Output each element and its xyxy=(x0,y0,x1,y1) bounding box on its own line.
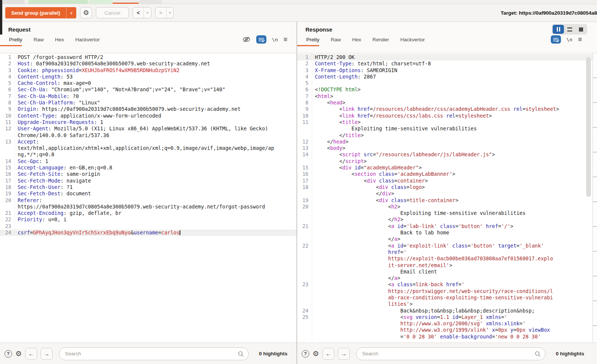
show-newlines-icon[interactable]: \n xyxy=(567,37,573,42)
word-wrap-toggle-icon[interactable] xyxy=(551,35,561,44)
code-line[interactable]: 20Referer: xyxy=(0,197,296,204)
code-line[interactable]: 23 xyxy=(0,223,296,230)
code-line[interactable]: 16 <section class='academyLabBanner'> xyxy=(297,171,593,177)
code-line[interactable]: 15Accept-Language: en-GB,en;q=0.8 xyxy=(0,165,296,171)
code-line[interactable]: 19 <div class=title-container> xyxy=(297,197,593,204)
code-line[interactable]: http://www.w3.org/1999/xlink' x=0px y=0p… xyxy=(297,327,593,333)
code-line[interactable]: Email client xyxy=(297,269,593,275)
repeater-tab-fragment[interactable] xyxy=(139,0,162,4)
tab-pretty[interactable]: Pretty xyxy=(8,35,23,46)
response-search-input[interactable] xyxy=(356,347,546,360)
code-line[interactable]: 22Priority: u=0, i xyxy=(0,216,296,223)
code-line[interactable]: it-server.net/email'> xyxy=(297,262,593,269)
search-settings-icon[interactable]: ⚙ xyxy=(15,349,22,358)
code-line[interactable]: 4Content-Length: 2867 xyxy=(297,74,593,80)
code-line[interactable]: 2Content-Type: text/html; charset=utf-8 xyxy=(297,60,593,67)
tab-render[interactable]: Render xyxy=(372,35,390,46)
code-line[interactable]: 2Host: 0af900a20319d7c08054a8e300b50079.… xyxy=(0,60,296,67)
hide-nonprintable-icon[interactable] xyxy=(242,36,251,42)
cancel-button[interactable]: Cancel xyxy=(96,7,129,18)
tab-raw[interactable]: Raw xyxy=(330,35,342,46)
search-previous-button[interactable]: ← xyxy=(322,348,334,360)
code-line[interactable]: 16Sec-Fetch-Site: same-origin xyxy=(0,171,296,177)
code-line[interactable]: 13Accept: xyxy=(0,139,296,145)
code-line[interactable]: 4Content-Length: 53 xyxy=(0,74,296,80)
code-line[interactable]: Exploiting time-sensitive vulnerabilitie… xyxy=(297,125,593,132)
tab-hex[interactable]: Hex xyxy=(351,35,362,46)
send-group-button[interactable]: Send group (parallel) ∨ xyxy=(5,7,76,18)
code-line[interactable]: </a> xyxy=(297,275,593,281)
tab-hackvertor[interactable]: Hackvertor xyxy=(400,35,426,46)
code-line[interactable]: https://portswigger.net/web-security/rac… xyxy=(297,288,593,295)
code-line[interactable]: 6Sec-Ch-Ua: "Chromium";v="140", "Not=A?B… xyxy=(0,86,296,93)
code-line[interactable]: ng,*/*;q=0.8 xyxy=(0,151,296,158)
tab-hex[interactable]: Hex xyxy=(54,35,65,46)
tab-hackvertor[interactable]: Hackvertor xyxy=(74,35,100,46)
response-scrollbar-thumb[interactable] xyxy=(586,57,591,197)
search-next-button[interactable]: → xyxy=(338,348,350,360)
code-line[interactable]: ab-race-conditions-exploiting-time-sensi… xyxy=(297,295,593,301)
repeater-tab-fragment-green[interactable] xyxy=(89,0,113,4)
code-line[interactable]: 3X-Frame-Options: SAMEORIGIN xyxy=(297,67,593,74)
code-line[interactable]: 23 <a class=link-back href=' xyxy=(297,281,593,288)
code-line[interactable]: </a> xyxy=(297,236,593,242)
next-request-button[interactable]: > ▾ xyxy=(155,7,174,18)
code-line[interactable]: 7Sec-Ch-Ua-Mobile: ?0 xyxy=(0,93,296,100)
show-newlines-icon[interactable]: \n xyxy=(272,37,278,42)
code-line[interactable]: 18 <div class=logo> xyxy=(297,184,593,190)
search-settings-icon[interactable]: ⚙ xyxy=(313,349,319,358)
code-line[interactable]: 10 <link href=/resources/css/labs.css re… xyxy=(297,113,593,119)
editor-menu-icon[interactable]: ≡ xyxy=(283,36,287,44)
code-line[interactable]: 1HTTP/2 200 OK xyxy=(297,54,593,60)
code-line[interactable]: 14 <script src="/resources/labheader/js/… xyxy=(297,151,593,158)
code-line[interactable]: ='0 0 28 30' enable-background='new 0 0 … xyxy=(297,334,593,340)
previous-dropdown-icon[interactable]: ▾ xyxy=(144,8,151,18)
code-line[interactable]: 25 <svg version=1.1 id=Layer_1 xmlns=' xyxy=(297,314,593,320)
code-line[interactable]: 1POST /forgot-password HTTP/2 xyxy=(0,54,296,60)
search-previous-button[interactable]: ← xyxy=(25,348,37,360)
request-editor[interactable]: 1POST /forgot-password HTTP/22Host: 0af9… xyxy=(0,53,296,343)
scroll-marker-strip[interactable] xyxy=(592,53,597,343)
code-line[interactable]: 7<html> xyxy=(297,93,593,100)
layout-rows-button[interactable] xyxy=(564,25,575,34)
code-line[interactable]: lities'> xyxy=(297,301,593,307)
request-search-input[interactable] xyxy=(59,347,249,360)
send-dropdown-icon[interactable]: ∨ xyxy=(67,7,76,18)
word-wrap-toggle-icon[interactable] xyxy=(256,35,266,44)
tab-pretty[interactable]: Pretty xyxy=(305,35,320,46)
code-line[interactable]: 9 <link href=/resources/labheader/css/ac… xyxy=(297,106,593,112)
code-line[interactable]: 21 <a id='lab-link' class='button' href=… xyxy=(297,223,593,230)
code-line[interactable]: 14Sec-Gpc: 1 xyxy=(0,158,296,165)
code-line[interactable]: 22 <a id='exploit-link' class='button' t… xyxy=(297,243,593,249)
code-line[interactable]: 21Accept-Encoding: gzip, deflate, br xyxy=(0,210,296,216)
layout-single-button[interactable] xyxy=(575,25,586,34)
code-line[interactable]: http://www.w3.org/2000/svg' xmlns:xlink=… xyxy=(297,320,593,327)
code-line[interactable]: 12 </head> xyxy=(297,139,593,145)
code-line[interactable]: 17 <div class=container> xyxy=(297,178,593,184)
code-line[interactable]: 8 <head> xyxy=(297,100,593,106)
code-line[interactable]: href=' xyxy=(297,249,593,255)
code-line[interactable]: 9Origin: https://0af900a20319d7c08054a8e… xyxy=(0,106,296,112)
code-line[interactable]: 24csrf=GPhAyqJHon3qyVnIr5chSxrxEbq9uNyo&… xyxy=(0,230,296,236)
repeater-tab-fragment[interactable] xyxy=(2,0,25,4)
code-line[interactable]: 12User-Agent: Mozilla/5.0 (X11; Linux x8… xyxy=(0,125,296,132)
code-line[interactable]: 13 <body> xyxy=(297,145,593,151)
code-line[interactable]: text/html,application/xhtml+xml,applicat… xyxy=(0,145,296,151)
code-line[interactable]: 24 Back&nbsp;to&nbsp;lab&nbsp;descriptio… xyxy=(297,308,593,314)
previous-request-button[interactable]: < ▾ xyxy=(133,7,151,18)
code-line[interactable]: 10Content-Type: application/x-www-form-u… xyxy=(0,113,296,119)
code-line[interactable]: </script> xyxy=(297,158,593,165)
code-line[interactable]: https://0af900a20319d7c08054a8e300b50079… xyxy=(0,204,296,210)
help-icon[interactable]: ? xyxy=(5,350,12,358)
code-line[interactable]: 17Sec-Fetch-Mode: navigate xyxy=(0,178,296,184)
code-line[interactable]: 5Cache-Control: max-age=0 xyxy=(0,80,296,86)
code-line[interactable]: 6<!DOCTYPE html> xyxy=(297,86,593,93)
repeater-settings-button[interactable]: ⚙ xyxy=(80,7,92,18)
search-next-button[interactable]: → xyxy=(41,348,53,360)
code-line[interactable]: Exploiting time-sensitive vulnerabilitie… xyxy=(297,210,593,216)
response-editor[interactable]: 1HTTP/2 200 OK2Content-Type: text/html; … xyxy=(297,53,597,343)
code-line[interactable]: </div> xyxy=(297,190,593,197)
code-line[interactable]: Chrome/140.0.0.0 Safari/537.36 xyxy=(0,132,296,139)
tab-raw[interactable]: Raw xyxy=(33,35,44,46)
layout-columns-button[interactable] xyxy=(553,25,564,34)
